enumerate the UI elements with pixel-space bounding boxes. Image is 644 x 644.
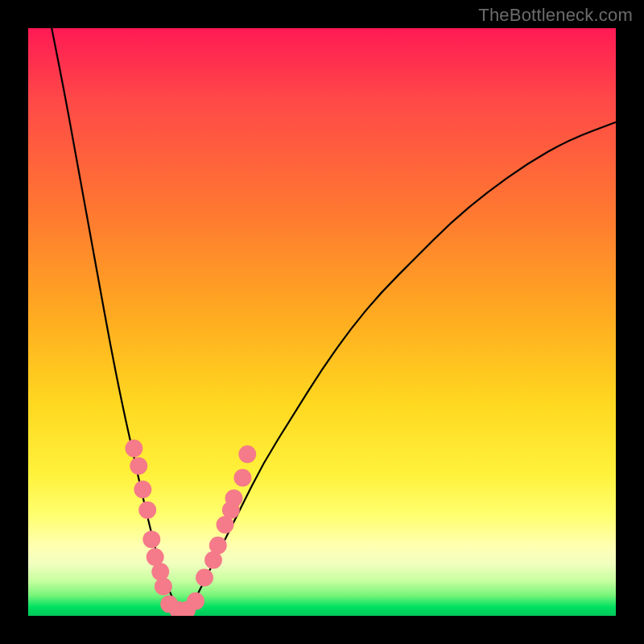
plot-area bbox=[28, 28, 616, 616]
marker-dot bbox=[209, 536, 227, 554]
watermark-text: TheBottleneck.com bbox=[478, 5, 633, 26]
chart-svg bbox=[28, 28, 616, 616]
marker-dot bbox=[138, 502, 156, 519]
bottleneck-curve bbox=[52, 28, 616, 611]
marker-dot bbox=[142, 530, 160, 548]
highlighted-points bbox=[125, 440, 256, 616]
marker-dot bbox=[155, 578, 172, 596]
marker-dot bbox=[238, 445, 256, 463]
chart-frame: TheBottleneck.com bbox=[0, 0, 644, 644]
marker-dot bbox=[196, 569, 213, 587]
marker-dot bbox=[234, 469, 252, 487]
marker-dot bbox=[130, 457, 147, 475]
marker-dot bbox=[225, 489, 243, 507]
marker-dot bbox=[187, 592, 204, 610]
marker-dot bbox=[151, 563, 169, 580]
marker-dot bbox=[134, 481, 151, 498]
marker-dot bbox=[125, 440, 142, 457]
